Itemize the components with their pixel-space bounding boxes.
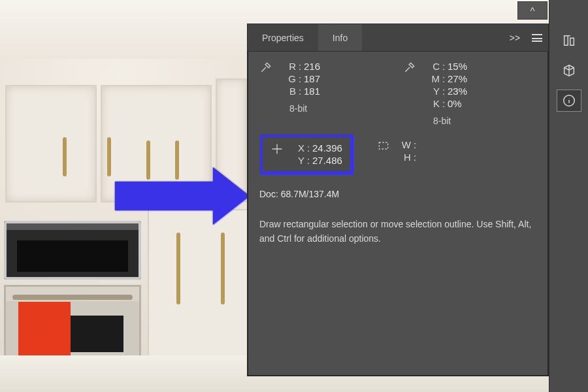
info-panel: Properties Info >> R:216 G:187 B:181 — [247, 24, 549, 376]
svg-rect-1 — [379, 142, 387, 149]
hamburger-icon — [532, 34, 542, 42]
tab-info[interactable]: Info — [318, 24, 362, 51]
panel-collapse-button[interactable]: ^ — [517, 1, 547, 20]
cmyk-readout: C:15% M:27% Y:23% K:0% — [423, 61, 467, 109]
document-size-readout: Doc: 68.7M/137.4M — [259, 189, 536, 199]
panel-tabbar: Properties Info >> — [248, 24, 548, 52]
rgb-depth-label: 8-bit — [289, 103, 393, 114]
eyedropper-icon — [259, 61, 272, 76]
tool-hint-text: Draw rectangular selection or move selec… — [259, 218, 534, 246]
panel-expand-button[interactable]: >> — [504, 24, 526, 51]
info-panel-icon[interactable] — [557, 90, 581, 111]
cmyk-depth-label: 8-bit — [433, 116, 536, 126]
tab-properties[interactable]: Properties — [248, 24, 318, 51]
selection-size-readout: W: H: — [369, 134, 427, 168]
right-icon-dock — [549, 0, 588, 392]
crosshair-icon — [270, 142, 284, 157]
cube-3d-icon[interactable] — [557, 60, 581, 81]
rgb-readout: R:216 G:187 B:181 — [279, 61, 320, 97]
eyedropper-icon — [403, 61, 416, 76]
chevron-up-icon: ^ — [530, 5, 534, 16]
align-panel-icon[interactable] — [557, 30, 581, 51]
selection-bounds-icon — [377, 139, 390, 154]
cursor-position-readout: X:24.396 Y:27.486 — [259, 134, 353, 174]
annotation-arrow — [115, 167, 250, 225]
panel-menu-button[interactable] — [526, 24, 548, 51]
